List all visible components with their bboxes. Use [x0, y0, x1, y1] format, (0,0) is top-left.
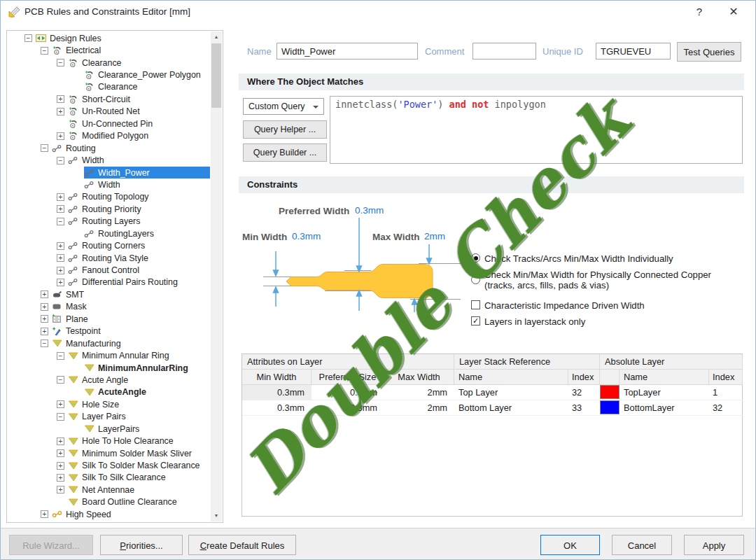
cell-min-width[interactable]: 0.3mm: [242, 400, 312, 416]
cell-max-width[interactable]: 2mm: [384, 400, 454, 416]
query-editor[interactable]: innetclass('Power') and not inpolygon: [330, 96, 743, 164]
plus-expander-icon[interactable]: +: [57, 205, 64, 213]
name-input[interactable]: [276, 43, 418, 59]
cell-preferred-size[interactable]: 0.3mm: [312, 400, 384, 416]
tree-item-body[interactable]: RoutingLayers: [84, 227, 210, 239]
tree-item-body[interactable]: Routing Corners: [68, 239, 210, 251]
plus-expander-icon[interactable]: +: [41, 328, 48, 335]
scrollbar-thumb[interactable]: [211, 43, 221, 108]
tree-item-body[interactable]: Fanout Control: [68, 264, 210, 276]
minus-expander-icon[interactable]: −: [41, 340, 48, 347]
minus-expander-icon[interactable]: −: [57, 352, 64, 360]
tree-item-body[interactable]: Testpoint: [52, 326, 210, 337]
tree-item-body[interactable]: Un-Connected Pin: [68, 118, 210, 130]
tree-item-width[interactable]: Width: [8, 178, 210, 190]
tree-item-width-power[interactable]: Width_Power: [8, 167, 210, 178]
tree-item-body[interactable]: Clearance_Power Polygon: [84, 69, 210, 80]
tree-item-routing-topology[interactable]: +Routing Topology: [8, 191, 210, 203]
plus-expander-icon[interactable]: +: [41, 510, 48, 518]
cell-layer-color[interactable]: [600, 385, 620, 400]
tree-item-hole-size[interactable]: +Hole Size: [8, 398, 210, 410]
cell-ref-index[interactable]: 33: [568, 400, 600, 416]
cell-abs-name[interactable]: TopLayer: [620, 385, 709, 400]
min-width-value[interactable]: 0.3mm: [292, 231, 321, 241]
tree-item-body[interactable]: Width: [68, 154, 210, 166]
tree-item-body[interactable]: AcuteAngle: [84, 386, 210, 398]
help-button[interactable]: ?: [685, 1, 713, 23]
cancel-button[interactable]: Cancel: [612, 535, 672, 555]
tree-item-body[interactable]: LayerPairs: [84, 423, 210, 435]
tree-item-body[interactable]: Differential Pairs Routing: [68, 276, 210, 288]
plus-expander-icon[interactable]: +: [57, 400, 64, 408]
tree-item-body[interactable]: Net Antennae: [68, 484, 210, 496]
tree-item-body[interactable]: Routing Via Style: [68, 252, 210, 264]
tree-item-short-circuit[interactable]: +Short-Circuit: [8, 93, 210, 105]
tree-item-body[interactable]: Clearance: [84, 81, 210, 93]
tree-item-routing-corners[interactable]: +Routing Corners: [8, 239, 210, 251]
plus-expander-icon[interactable]: +: [57, 462, 64, 470]
tree-item-body[interactable]: Clearance: [68, 57, 210, 69]
tree-item-fanout-control[interactable]: +Fanout Control: [8, 264, 210, 276]
query-builder-button[interactable]: Query Builder ...: [243, 144, 327, 162]
unique-id-input[interactable]: [596, 43, 671, 59]
cell-max-width[interactable]: 2mm: [384, 385, 454, 400]
tree-item-body[interactable]: Un-Routed Net: [68, 106, 210, 118]
column-header-min-width[interactable]: Min Width: [242, 370, 312, 385]
tree-item-silk-to-silk-clearance[interactable]: +Silk To Silk Clearance: [8, 472, 210, 484]
tree-item-body[interactable]: SMT: [52, 288, 210, 300]
priorities-button[interactable]: Priorities...: [100, 535, 183, 555]
radio-check-individually[interactable]: [471, 253, 480, 262]
minus-expander-icon[interactable]: −: [57, 376, 64, 384]
tree-item-minimum-annular-ring[interactable]: −Minimum Annular Ring: [8, 349, 210, 361]
cell-layer-color[interactable]: [600, 400, 620, 416]
tree-item-body[interactable]: Routing Layers: [68, 216, 210, 227]
preferred-width-value[interactable]: 0.3mm: [355, 205, 384, 216]
close-icon[interactable]: ✕: [719, 1, 748, 23]
apply-button[interactable]: Apply: [684, 535, 744, 555]
ok-button[interactable]: OK: [540, 535, 600, 555]
tree-item-minimumannularring[interactable]: MinimumAnnularRing: [8, 362, 210, 374]
tree-item-hole-to-hole-clearance[interactable]: +Hole To Hole Clearance: [8, 435, 210, 447]
minus-expander-icon[interactable]: −: [57, 59, 64, 66]
tree-item-layerpairs[interactable]: LayerPairs: [8, 423, 210, 435]
tree-item-body[interactable]: Minimum Solder Mask Sliver: [68, 447, 210, 459]
tree-item-body[interactable]: Hole Size: [68, 398, 210, 410]
checkbox-characteristic-impedance[interactable]: [471, 300, 480, 309]
tree-item-body[interactable]: Width: [84, 178, 210, 190]
tree-item-body[interactable]: MinimumAnnularRing: [84, 362, 210, 374]
tree-item-clearance-power-polygon[interactable]: Clearance_Power Polygon: [8, 69, 210, 80]
tree-item-body[interactable]: Hole To Hole Clearance: [68, 435, 210, 447]
tree-item-width[interactable]: −Width: [8, 154, 210, 166]
tree-item-routinglayers[interactable]: RoutingLayers: [8, 227, 210, 239]
tree-item-un-routed-net[interactable]: +Un-Routed Net: [8, 106, 210, 118]
tree-item-body[interactable]: Manufacturing: [52, 337, 210, 349]
tree-item-body[interactable]: Routing Topology: [68, 191, 210, 203]
plus-expander-icon[interactable]: +: [57, 254, 64, 262]
tree-item-body[interactable]: Minimum Annular Ring: [68, 349, 210, 361]
tree-item-acuteangle[interactable]: AcuteAngle: [8, 386, 210, 398]
tree-item-body[interactable]: Silk To Silk Clearance: [68, 472, 210, 484]
tree-item-mask[interactable]: +Mask: [8, 301, 210, 313]
tree-item-differential-pairs-routing[interactable]: +Differential Pairs Routing: [8, 276, 210, 288]
tree-item-body[interactable]: Mask: [52, 301, 210, 313]
tree-item-high-speed[interactable]: +High Speed: [8, 508, 210, 520]
tree-item-clearance[interactable]: −Clearance: [8, 57, 210, 69]
tree-scrollbar[interactable]: ▲ ▼: [211, 31, 222, 522]
query-helper-button[interactable]: Query Helper ...: [243, 120, 327, 139]
plus-expander-icon[interactable]: +: [57, 108, 64, 115]
tree-item-routing-priority[interactable]: +Routing Priority: [8, 203, 210, 215]
column-header-preferred-size[interactable]: Preferred Size: [312, 370, 384, 385]
tree-item-routing[interactable]: −Routing: [8, 142, 210, 154]
tree-item-plane[interactable]: +Plane: [8, 313, 210, 325]
tree-item-body[interactable]: Design Rules: [36, 32, 210, 44]
cell-abs-index[interactable]: 32: [709, 400, 743, 416]
max-width-value[interactable]: 2mm: [424, 231, 445, 241]
plus-expander-icon[interactable]: +: [57, 438, 64, 445]
cell-min-width[interactable]: 0.3mm: [242, 385, 312, 400]
tree-item-clearance[interactable]: Clearance: [8, 81, 210, 93]
plus-expander-icon[interactable]: +: [57, 486, 64, 493]
column-header-index[interactable]: Index: [568, 370, 600, 385]
cell-ref-name[interactable]: Bottom Layer: [454, 400, 568, 416]
plus-expander-icon[interactable]: +: [57, 193, 64, 201]
tree-item-body[interactable]: Modified Polygon: [68, 130, 210, 142]
